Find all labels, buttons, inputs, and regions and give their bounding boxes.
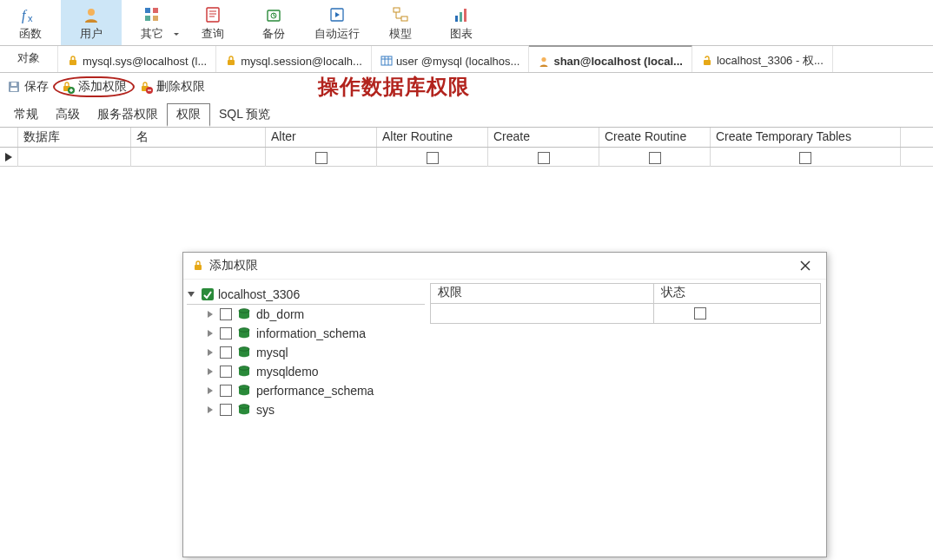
chevron-right-icon[interactable] xyxy=(206,386,216,395)
tree-db-item[interactable]: db_dorm xyxy=(187,305,421,324)
ribbon-label: 模型 xyxy=(389,26,412,42)
cell-create-temp[interactable] xyxy=(711,148,901,167)
subtab-bar: 常规 高级 服务器权限 权限 SQL 预览 xyxy=(0,102,933,128)
checkbox-icon[interactable] xyxy=(694,307,706,320)
svg-rect-16 xyxy=(401,16,407,21)
model-icon xyxy=(391,5,410,24)
privilege-row[interactable] xyxy=(430,304,821,324)
annotation-heading: 操作数据库权限 xyxy=(318,73,470,101)
col-create[interactable]: Create xyxy=(488,128,599,147)
chevron-down-icon[interactable] xyxy=(187,290,197,299)
cell-database[interactable] xyxy=(18,148,131,167)
grid-corner xyxy=(0,128,18,147)
subtab-server-priv[interactable]: 服务器权限 xyxy=(89,104,167,125)
checkbox-icon[interactable] xyxy=(538,152,550,164)
delete-privilege-button[interactable]: 删除权限 xyxy=(139,79,205,95)
add-priv-label: 添加权限 xyxy=(78,79,127,95)
tree-db-item[interactable]: sys xyxy=(187,400,421,419)
cell-alter-routine[interactable] xyxy=(377,148,488,167)
subtab-priv[interactable]: 权限 xyxy=(167,103,210,127)
svg-marker-46 xyxy=(208,311,213,318)
lock-icon xyxy=(67,55,79,67)
checkbox-icon[interactable] xyxy=(220,327,232,339)
chevron-right-icon[interactable] xyxy=(206,405,216,414)
cell-alter[interactable] xyxy=(266,148,377,167)
subtab-general[interactable]: 常规 xyxy=(5,104,47,125)
checkbox-icon[interactable] xyxy=(220,308,232,320)
col-database[interactable]: 数据库 xyxy=(18,128,131,147)
tree-db-item[interactable]: mysql xyxy=(187,343,421,362)
svg-marker-55 xyxy=(208,368,213,375)
lock-icon xyxy=(192,260,204,272)
lock-icon xyxy=(225,55,237,67)
doc-tab-0[interactable]: mysql.sys@localhost (l... xyxy=(58,46,216,72)
ribbon-chart[interactable]: 图表 xyxy=(431,0,492,45)
close-icon xyxy=(800,260,811,271)
col-create-routine[interactable]: Create Routine xyxy=(599,128,711,147)
tree-db-item[interactable]: performance_schema xyxy=(187,381,421,400)
cell-create[interactable] xyxy=(488,148,599,167)
checkbox-icon[interactable] xyxy=(220,346,232,359)
checkbox-icon[interactable] xyxy=(649,152,661,164)
svg-rect-29 xyxy=(704,60,711,65)
database-icon xyxy=(237,346,251,359)
checkbox-icon[interactable] xyxy=(220,385,232,397)
cell-state[interactable] xyxy=(654,304,746,323)
tree-db-label: information_schema xyxy=(256,326,366,340)
checkbox-icon[interactable] xyxy=(799,152,811,164)
triangle-right-icon xyxy=(5,153,12,161)
col-alter-routine[interactable]: Alter Routine xyxy=(377,128,488,147)
ribbon-toolbar: fx 函数 用户 其它 查询 备份 自动运行 模型 图表 xyxy=(0,0,933,46)
ribbon-user[interactable]: 用户 xyxy=(61,0,122,45)
doc-tab-1[interactable]: mysql.session@localh... xyxy=(216,46,372,72)
chevron-right-icon[interactable] xyxy=(206,329,216,338)
dialog-titlebar[interactable]: 添加权限 xyxy=(183,253,826,279)
ribbon-function[interactable]: fx 函数 xyxy=(0,0,61,45)
col-name[interactable]: 名 xyxy=(131,128,266,147)
cell-priv-name[interactable] xyxy=(431,304,654,323)
svg-rect-22 xyxy=(69,60,76,65)
user-icon xyxy=(538,56,550,68)
checkbox-icon[interactable] xyxy=(220,366,232,378)
chevron-right-icon[interactable] xyxy=(206,367,216,376)
ribbon-query[interactable]: 查询 xyxy=(182,0,243,45)
chevron-right-icon[interactable] xyxy=(206,348,216,357)
tree-connection[interactable]: localhost_3306 xyxy=(187,285,425,305)
doc-tab-3[interactable]: shan@localhost (local... xyxy=(529,45,691,72)
ribbon-autorun[interactable]: 自动运行 xyxy=(304,0,370,45)
auto-icon xyxy=(328,5,347,24)
svg-rect-5 xyxy=(145,16,150,21)
col-state[interactable]: 状态 xyxy=(654,284,746,303)
cell-create-routine[interactable] xyxy=(599,148,711,167)
ribbon-model[interactable]: 模型 xyxy=(370,0,431,45)
ribbon-backup[interactable]: 备份 xyxy=(243,0,304,45)
add-privilege-dialog: 添加权限 localhost_3306 db_dorminformation_s… xyxy=(182,252,827,557)
tree-db-item[interactable]: information_schema xyxy=(187,324,421,343)
table-icon xyxy=(380,55,393,67)
svg-rect-20 xyxy=(460,12,462,22)
chevron-right-icon[interactable] xyxy=(206,310,216,319)
checkbox-icon[interactable] xyxy=(220,404,232,416)
save-button[interactable]: 保存 xyxy=(7,79,49,95)
checkbox-icon[interactable] xyxy=(427,152,439,164)
svg-marker-40 xyxy=(5,153,12,161)
subtab-advanced[interactable]: 高级 xyxy=(47,104,89,125)
svg-rect-4 xyxy=(153,8,158,13)
add-privilege-button[interactable]: 添加权限 xyxy=(57,79,130,95)
col-priv-name[interactable]: 权限 xyxy=(431,284,654,303)
tab-objects[interactable]: 对象 xyxy=(0,46,58,72)
tree-db-item[interactable]: mysqldemo xyxy=(187,362,421,381)
doc-tab-4[interactable]: localhost_3306 - 权... xyxy=(692,46,833,72)
grid-row[interactable] xyxy=(0,148,933,167)
ribbon-other[interactable]: 其它 xyxy=(122,0,182,45)
col-create-temp[interactable]: Create Temporary Tables xyxy=(711,128,901,147)
subtab-sql-preview[interactable]: SQL 预览 xyxy=(210,104,279,125)
database-tree[interactable]: localhost_3306 db_dorminformation_schema… xyxy=(183,280,425,557)
svg-point-2 xyxy=(88,9,95,16)
svg-text:f: f xyxy=(22,8,28,23)
cell-name[interactable] xyxy=(131,148,266,167)
dialog-close-button[interactable] xyxy=(800,260,817,271)
checkbox-icon[interactable] xyxy=(315,152,328,164)
col-alter[interactable]: Alter xyxy=(266,128,377,147)
doc-tab-2[interactable]: user @mysql (localhos... xyxy=(372,46,530,72)
